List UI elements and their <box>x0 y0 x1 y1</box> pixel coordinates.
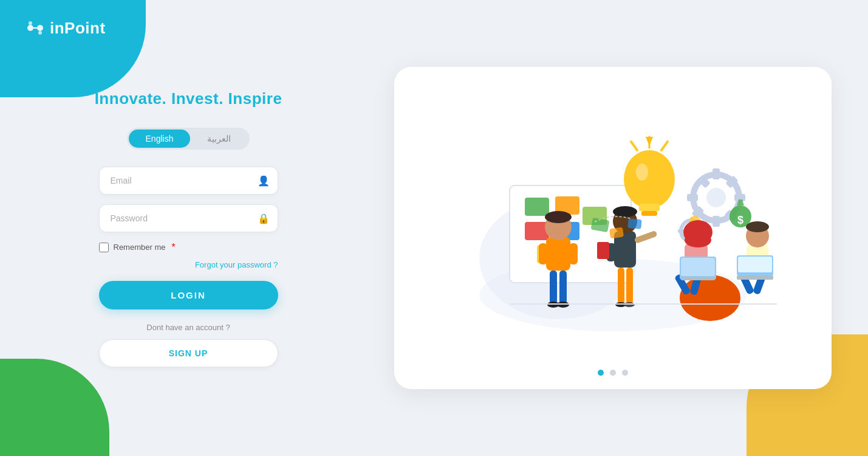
svg-point-14 <box>624 150 675 209</box>
login-button[interactable]: LOGIN <box>99 281 278 309</box>
logo-icon <box>24 17 46 39</box>
lock-icon: 🔒 <box>258 212 270 224</box>
illustration-svg: $ <box>437 100 789 356</box>
login-panel: Innovate. Invest. Inspire English العربي… <box>0 0 377 456</box>
svg-point-60 <box>613 206 637 217</box>
svg-rect-80 <box>737 275 773 280</box>
illustration-area: $ <box>394 67 832 389</box>
svg-point-24 <box>706 188 726 207</box>
svg-rect-83 <box>609 227 624 239</box>
svg-rect-56 <box>634 230 658 244</box>
lang-arabic-button[interactable]: العربية <box>190 130 248 148</box>
svg-rect-53 <box>618 268 624 304</box>
user-icon: 👤 <box>258 174 270 186</box>
svg-rect-72 <box>681 277 715 280</box>
app-name: inPoint <box>50 19 106 38</box>
email-group: 👤 <box>99 167 278 195</box>
no-account-text: Dont have an account ? <box>99 323 278 332</box>
svg-rect-71 <box>681 258 715 276</box>
password-input[interactable] <box>99 204 278 232</box>
forgot-password-link[interactable]: Forgot your password ? <box>99 259 278 270</box>
svg-point-50 <box>545 211 572 223</box>
carousel-dots <box>598 370 628 376</box>
login-form: 👤 🔒 Remember me * Forgot your password ?… <box>99 167 278 367</box>
remember-label: Remember me <box>114 243 166 252</box>
language-toggle: English العربية <box>127 128 250 150</box>
svg-rect-8 <box>525 198 549 216</box>
svg-point-63 <box>680 275 740 321</box>
password-group: 🔒 <box>99 204 278 232</box>
lang-english-button[interactable]: English <box>129 130 191 148</box>
carousel-dot-3[interactable] <box>622 370 628 376</box>
svg-rect-15 <box>639 204 660 211</box>
svg-rect-45 <box>559 271 567 304</box>
svg-point-17 <box>636 164 648 181</box>
svg-rect-58 <box>597 242 609 259</box>
svg-point-69 <box>685 233 711 247</box>
svg-rect-84 <box>627 218 641 229</box>
illustration-panel: $ <box>394 67 832 389</box>
remember-checkbox[interactable] <box>99 243 109 252</box>
svg-rect-79 <box>738 257 772 272</box>
svg-point-77 <box>746 221 769 232</box>
signup-button[interactable]: SIGN UP <box>99 339 278 367</box>
carousel-dot-2[interactable] <box>610 370 616 376</box>
svg-rect-46 <box>546 237 570 271</box>
svg-rect-28 <box>687 194 698 201</box>
svg-point-3 <box>29 21 32 25</box>
svg-rect-44 <box>550 271 557 304</box>
logo: inPoint <box>24 17 106 39</box>
forgot-password-anchor[interactable]: Forgot your password ? <box>195 260 278 269</box>
svg-rect-48 <box>569 243 578 264</box>
svg-rect-26 <box>713 216 720 227</box>
svg-rect-54 <box>626 268 633 304</box>
svg-line-20 <box>631 142 637 150</box>
carousel-dot-1[interactable] <box>598 370 604 376</box>
svg-point-4 <box>38 31 42 35</box>
email-input[interactable] <box>99 167 278 195</box>
svg-rect-47 <box>539 243 547 264</box>
svg-text:$: $ <box>737 214 743 226</box>
svg-line-21 <box>661 142 668 150</box>
remember-row: Remember me * <box>99 242 278 253</box>
svg-rect-38 <box>678 229 684 233</box>
tagline: Innovate. Invest. Inspire <box>95 89 282 108</box>
svg-rect-25 <box>713 168 720 179</box>
required-star: * <box>171 242 175 253</box>
svg-point-0 <box>27 25 33 31</box>
svg-point-1 <box>37 25 43 31</box>
svg-rect-16 <box>641 211 657 216</box>
